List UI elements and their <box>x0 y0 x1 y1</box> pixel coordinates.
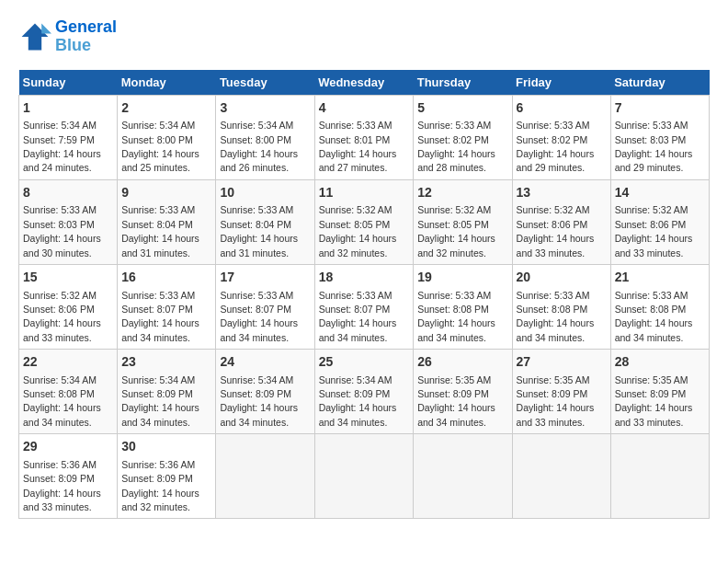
calendar-cell <box>414 434 512 519</box>
calendar-cell: 19Sunrise: 5:33 AMSunset: 8:08 PMDayligh… <box>414 264 512 349</box>
day-number: 30 <box>121 438 211 456</box>
day-number: 4 <box>319 99 410 118</box>
calendar-cell: 21Sunrise: 5:33 AMSunset: 8:08 PMDayligh… <box>610 264 709 349</box>
day-info: Sunrise: 5:34 AMSunset: 8:08 PMDaylight:… <box>23 374 101 428</box>
day-info: Sunrise: 5:33 AMSunset: 8:04 PMDaylight:… <box>121 204 199 258</box>
calendar-week-2: 8Sunrise: 5:33 AMSunset: 8:03 PMDaylight… <box>19 179 710 264</box>
day-number: 17 <box>220 269 310 287</box>
day-info: Sunrise: 5:33 AMSunset: 8:08 PMDaylight:… <box>615 290 693 343</box>
day-info: Sunrise: 5:33 AMSunset: 8:08 PMDaylight:… <box>417 290 495 343</box>
day-info: Sunrise: 5:32 AMSunset: 8:06 PMDaylight:… <box>23 290 101 343</box>
day-number: 26 <box>417 353 507 372</box>
logo-icon <box>18 20 51 53</box>
day-info: Sunrise: 5:33 AMSunset: 8:07 PMDaylight:… <box>220 290 298 343</box>
calendar-cell: 6Sunrise: 5:33 AMSunset: 8:02 PMDaylight… <box>512 95 610 179</box>
calendar-cell: 12Sunrise: 5:32 AMSunset: 8:05 PMDayligh… <box>414 179 512 264</box>
column-header-friday: Friday <box>512 70 610 96</box>
calendar-cell <box>216 434 314 519</box>
day-info: Sunrise: 5:34 AMSunset: 8:09 PMDaylight:… <box>319 374 397 428</box>
calendar-cell: 20Sunrise: 5:33 AMSunset: 8:08 PMDayligh… <box>512 264 610 349</box>
day-info: Sunrise: 5:33 AMSunset: 8:03 PMDaylight:… <box>23 204 101 258</box>
calendar-cell: 27Sunrise: 5:35 AMSunset: 8:09 PMDayligh… <box>512 350 610 434</box>
calendar-cell: 2Sunrise: 5:34 AMSunset: 8:00 PMDaylight… <box>118 95 216 179</box>
column-header-monday: Monday <box>118 70 216 96</box>
day-info: Sunrise: 5:33 AMSunset: 8:02 PMDaylight:… <box>417 120 495 173</box>
day-info: Sunrise: 5:32 AMSunset: 8:05 PMDaylight:… <box>319 204 397 258</box>
day-number: 22 <box>23 353 113 372</box>
day-number: 20 <box>517 269 607 287</box>
column-header-thursday: Thursday <box>414 70 512 96</box>
calendar-week-5: 29Sunrise: 5:36 AMSunset: 8:09 PMDayligh… <box>19 434 710 519</box>
column-header-saturday: Saturday <box>610 70 709 96</box>
calendar-header-row: SundayMondayTuesdayWednesdayThursdayFrid… <box>19 70 710 96</box>
calendar-cell: 14Sunrise: 5:32 AMSunset: 8:06 PMDayligh… <box>610 179 709 264</box>
day-number: 21 <box>615 269 705 287</box>
logo: General Blue <box>18 18 117 55</box>
day-info: Sunrise: 5:32 AMSunset: 8:06 PMDaylight:… <box>615 204 693 258</box>
day-number: 12 <box>417 184 507 202</box>
page-header: General Blue <box>18 18 710 55</box>
day-info: Sunrise: 5:35 AMSunset: 8:09 PMDaylight:… <box>417 374 495 428</box>
day-info: Sunrise: 5:36 AMSunset: 8:09 PMDaylight:… <box>121 459 199 512</box>
calendar-cell <box>512 434 610 519</box>
calendar-cell: 30Sunrise: 5:36 AMSunset: 8:09 PMDayligh… <box>118 434 216 519</box>
day-info: Sunrise: 5:35 AMSunset: 8:09 PMDaylight:… <box>517 374 595 428</box>
calendar-cell: 5Sunrise: 5:33 AMSunset: 8:02 PMDaylight… <box>414 95 512 179</box>
calendar-cell: 17Sunrise: 5:33 AMSunset: 8:07 PMDayligh… <box>216 264 314 349</box>
calendar-cell: 7Sunrise: 5:33 AMSunset: 8:03 PMDaylight… <box>610 95 709 179</box>
day-number: 25 <box>319 353 410 372</box>
calendar-cell <box>314 434 414 519</box>
calendar-table: SundayMondayTuesdayWednesdayThursdayFrid… <box>18 70 710 520</box>
calendar-cell <box>610 434 709 519</box>
calendar-cell: 23Sunrise: 5:34 AMSunset: 8:09 PMDayligh… <box>118 350 216 434</box>
day-number: 13 <box>517 184 607 202</box>
calendar-cell: 25Sunrise: 5:34 AMSunset: 8:09 PMDayligh… <box>314 350 414 434</box>
calendar-cell: 15Sunrise: 5:32 AMSunset: 8:06 PMDayligh… <box>19 264 118 349</box>
day-number: 28 <box>615 353 705 372</box>
day-info: Sunrise: 5:35 AMSunset: 8:09 PMDaylight:… <box>615 374 693 428</box>
calendar-cell: 16Sunrise: 5:33 AMSunset: 8:07 PMDayligh… <box>118 264 216 349</box>
day-info: Sunrise: 5:34 AMSunset: 8:09 PMDaylight:… <box>121 374 199 428</box>
day-number: 2 <box>121 99 211 118</box>
day-number: 29 <box>23 438 113 456</box>
day-info: Sunrise: 5:34 AMSunset: 7:59 PMDaylight:… <box>23 120 101 173</box>
day-info: Sunrise: 5:33 AMSunset: 8:02 PMDaylight:… <box>517 120 595 173</box>
day-number: 6 <box>517 99 607 118</box>
calendar-week-1: 1Sunrise: 5:34 AMSunset: 7:59 PMDaylight… <box>19 95 710 179</box>
calendar-cell: 13Sunrise: 5:32 AMSunset: 8:06 PMDayligh… <box>512 179 610 264</box>
column-header-sunday: Sunday <box>19 70 118 96</box>
day-number: 18 <box>319 269 410 287</box>
day-info: Sunrise: 5:34 AMSunset: 8:00 PMDaylight:… <box>220 120 298 173</box>
day-number: 15 <box>23 269 113 287</box>
day-info: Sunrise: 5:32 AMSunset: 8:06 PMDaylight:… <box>517 204 595 258</box>
day-number: 27 <box>517 353 607 372</box>
day-number: 24 <box>220 353 310 372</box>
calendar-cell: 24Sunrise: 5:34 AMSunset: 8:09 PMDayligh… <box>216 350 314 434</box>
calendar-cell: 11Sunrise: 5:32 AMSunset: 8:05 PMDayligh… <box>314 179 414 264</box>
day-number: 11 <box>319 184 410 202</box>
day-number: 23 <box>121 353 211 372</box>
day-number: 5 <box>417 99 507 118</box>
svg-marker-1 <box>41 23 51 33</box>
day-info: Sunrise: 5:32 AMSunset: 8:05 PMDaylight:… <box>417 204 495 258</box>
calendar-cell: 3Sunrise: 5:34 AMSunset: 8:00 PMDaylight… <box>216 95 314 179</box>
calendar-cell: 22Sunrise: 5:34 AMSunset: 8:08 PMDayligh… <box>19 350 118 434</box>
day-number: 8 <box>23 184 113 202</box>
calendar-cell: 4Sunrise: 5:33 AMSunset: 8:01 PMDaylight… <box>314 95 414 179</box>
day-number: 3 <box>220 99 310 118</box>
day-info: Sunrise: 5:36 AMSunset: 8:09 PMDaylight:… <box>23 459 101 512</box>
day-info: Sunrise: 5:33 AMSunset: 8:01 PMDaylight:… <box>319 120 397 173</box>
calendar-cell: 9Sunrise: 5:33 AMSunset: 8:04 PMDaylight… <box>118 179 216 264</box>
calendar-cell: 8Sunrise: 5:33 AMSunset: 8:03 PMDaylight… <box>19 179 118 264</box>
day-number: 14 <box>615 184 705 202</box>
calendar-week-4: 22Sunrise: 5:34 AMSunset: 8:08 PMDayligh… <box>19 350 710 434</box>
day-info: Sunrise: 5:33 AMSunset: 8:07 PMDaylight:… <box>319 290 397 343</box>
day-info: Sunrise: 5:34 AMSunset: 8:09 PMDaylight:… <box>220 374 298 428</box>
day-number: 19 <box>417 269 507 287</box>
calendar-cell: 18Sunrise: 5:33 AMSunset: 8:07 PMDayligh… <box>314 264 414 349</box>
day-number: 10 <box>220 184 310 202</box>
column-header-tuesday: Tuesday <box>216 70 314 96</box>
calendar-cell: 26Sunrise: 5:35 AMSunset: 8:09 PMDayligh… <box>414 350 512 434</box>
logo-text: General Blue <box>55 18 117 55</box>
calendar-cell: 28Sunrise: 5:35 AMSunset: 8:09 PMDayligh… <box>610 350 709 434</box>
